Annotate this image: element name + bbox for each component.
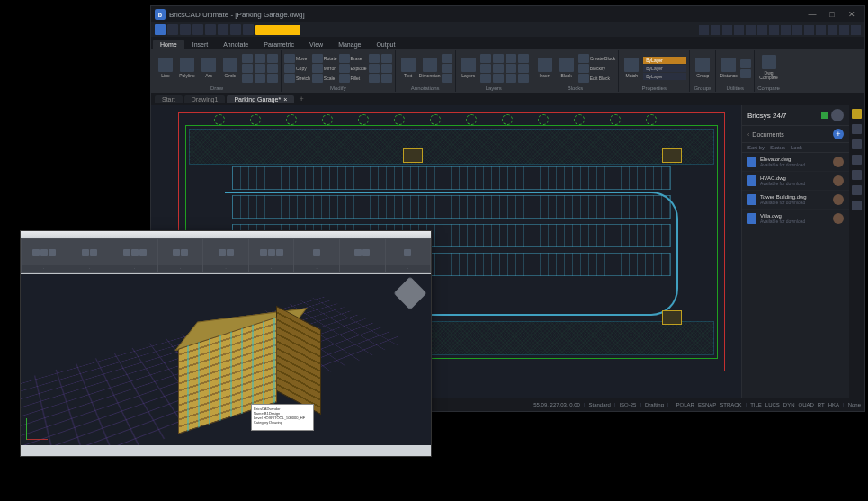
draw-tool-icon[interactable]: [242, 74, 253, 83]
draw-tool-icon[interactable]: [267, 54, 278, 63]
sec-tool-icon[interactable]: [362, 249, 370, 256]
erase-icon[interactable]: [339, 54, 350, 63]
anno-tool-icon[interactable]: [442, 54, 452, 63]
draw-tool-icon[interactable]: [255, 74, 265, 83]
qat-tool-icon[interactable]: [828, 25, 837, 35]
status-toggle[interactable]: TILE: [750, 402, 762, 407]
sec-tool-icon[interactable]: [260, 249, 267, 256]
sec-tool-icon[interactable]: [131, 249, 139, 256]
modify-tool-icon[interactable]: [369, 74, 380, 83]
layer-tool-icon[interactable]: [480, 64, 491, 73]
status-toggle[interactable]: RT: [818, 402, 825, 407]
rotate-icon[interactable]: [312, 54, 323, 63]
qat-save-icon[interactable]: [192, 24, 203, 35]
status-toggle[interactable]: DYN: [783, 402, 795, 407]
attach-icon[interactable]: [852, 155, 862, 165]
modify-tool-icon[interactable]: [381, 54, 392, 63]
qat-tool-icon[interactable]: [699, 25, 709, 35]
sec-titlebar[interactable]: [21, 231, 431, 238]
qat-tool-icon[interactable]: [839, 25, 849, 35]
qat-tool-icon[interactable]: [722, 25, 732, 35]
maximize-button[interactable]: □: [823, 8, 841, 21]
qat-tool-icon[interactable]: [734, 25, 744, 35]
draw-tool-icon[interactable]: [242, 54, 253, 63]
text-button[interactable]: Text: [398, 51, 418, 84]
ribbon-tab-insert[interactable]: Insert: [185, 40, 216, 49]
file-item-elevator[interactable]: Elevator.dwgAvailable for download: [742, 153, 849, 172]
status-text-style[interactable]: Standard: [588, 402, 610, 407]
circle-button[interactable]: Circle: [220, 51, 240, 84]
group-button[interactable]: Group: [693, 51, 712, 84]
sec-tool-icon[interactable]: [404, 249, 411, 256]
status-toggle[interactable]: HKA: [828, 402, 839, 407]
qat-tool-icon[interactable]: [711, 25, 720, 35]
ribbon-tab-annotate[interactable]: Annotate: [216, 40, 255, 49]
close-tab-icon[interactable]: ×: [283, 96, 287, 103]
distance-button[interactable]: Distance: [719, 51, 738, 84]
qat-layer-dropdown[interactable]: [255, 25, 300, 35]
ribbon-tab-manage[interactable]: Manage: [331, 40, 368, 49]
draw-tool-icon[interactable]: [255, 64, 265, 73]
draw-tool-icon[interactable]: [242, 64, 253, 73]
sec-tool-icon[interactable]: [227, 249, 234, 256]
library-icon[interactable]: [852, 185, 862, 195]
anno-tool-icon[interactable]: [442, 74, 452, 83]
sort-status[interactable]: Status: [770, 145, 785, 150]
block-button[interactable]: Block: [557, 51, 577, 84]
sec-tool-icon[interactable]: [90, 249, 97, 256]
layer-tool-icon[interactable]: [518, 74, 529, 83]
layer-tool-icon[interactable]: [506, 74, 516, 83]
arc-button[interactable]: Arc: [199, 51, 219, 84]
qat-workspace-icon[interactable]: [243, 24, 254, 35]
layer-tool-icon[interactable]: [480, 74, 491, 83]
layer-tool-icon[interactable]: [518, 64, 529, 73]
layer-tool-icon[interactable]: [480, 54, 491, 63]
sec-tool-icon[interactable]: [82, 249, 89, 256]
sec-tool-icon[interactable]: [123, 249, 130, 256]
qat-tool-icon[interactable]: [792, 25, 802, 35]
qat-print-icon[interactable]: [205, 24, 216, 35]
sort-lock[interactable]: Lock: [791, 145, 802, 150]
draw-tool-icon[interactable]: [267, 64, 278, 73]
qat-open-icon[interactable]: [180, 24, 191, 35]
status-toggle[interactable]: ESNAP: [698, 402, 716, 407]
file-item-hvac[interactable]: HVAC.dwgAvailable for download: [742, 172, 849, 191]
file-item-villa[interactable]: Villa.dwgAvailable for download: [742, 210, 849, 228]
copy-icon[interactable]: [284, 64, 295, 73]
sec-tool-icon[interactable]: [268, 249, 275, 256]
modify-tool-icon[interactable]: [381, 74, 392, 83]
cloud-icon[interactable]: [852, 201, 862, 210]
ribbon-tab-view[interactable]: View: [302, 40, 330, 49]
close-button[interactable]: ✕: [843, 8, 861, 21]
sec-tool-icon[interactable]: [276, 249, 283, 256]
line-button[interactable]: Line: [156, 51, 175, 84]
add-tab-button[interactable]: +: [296, 94, 307, 103]
scale-icon[interactable]: [312, 74, 323, 83]
status-toggle[interactable]: LUCS: [765, 402, 780, 407]
sec-tool-icon[interactable]: [40, 249, 48, 256]
dimension-button[interactable]: Dimension: [420, 51, 440, 84]
fillet-icon[interactable]: [339, 74, 350, 83]
status-toggle[interactable]: QUAD: [799, 402, 814, 407]
ribbon-tab-output[interactable]: Output: [369, 40, 402, 49]
status-toggle[interactable]: STRACK: [720, 402, 741, 407]
status-selection[interactable]: None: [848, 402, 861, 407]
sec-tool-icon[interactable]: [354, 249, 362, 256]
blockify-icon[interactable]: [578, 64, 589, 73]
doc-tab-drawing1[interactable]: Drawing1: [184, 95, 226, 103]
qat-tool-icon[interactable]: [757, 25, 767, 35]
insert-button[interactable]: Insert: [535, 51, 555, 84]
draw-tool-icon[interactable]: [267, 74, 278, 83]
tips-icon[interactable]: [852, 109, 862, 119]
qat-tool-icon[interactable]: [851, 25, 861, 35]
move-icon[interactable]: [284, 54, 295, 63]
mirror-icon[interactable]: [312, 64, 323, 73]
sec-3d-viewport[interactable]: BricsCADvendor Name B1Design Level HOSPI…: [21, 274, 431, 445]
draw-tool-icon[interactable]: [255, 54, 265, 63]
layer-tool-icon[interactable]: [493, 54, 504, 63]
anno-tool-icon[interactable]: [442, 64, 452, 73]
dwg-compare-button[interactable]: Dwg Compare: [759, 51, 779, 84]
sec-tool-icon[interactable]: [313, 249, 320, 256]
sec-tool-icon[interactable]: [173, 249, 180, 256]
sec-tool-icon[interactable]: [181, 249, 188, 256]
